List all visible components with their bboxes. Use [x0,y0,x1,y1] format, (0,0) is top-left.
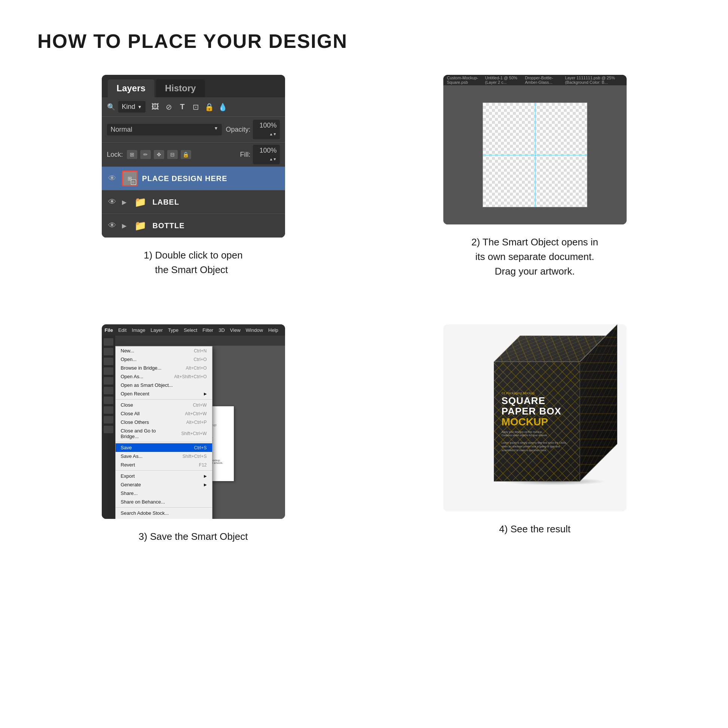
tool-8[interactable] [104,406,113,414]
tool-10[interactable] [104,426,113,433]
menu-item-browse-shortcut: Alt+Ctrl+O [185,366,206,371]
layer-label[interactable]: 👁 ▶ 📁 LABEL [102,190,285,214]
menu-3d[interactable]: 3D [219,327,225,333]
tab-history[interactable]: History [156,79,205,97]
tool-6[interactable] [104,387,113,394]
menu-item-save[interactable]: Save Ctrl+S [116,443,212,452]
menu-item-new[interactable]: New... Ctrl+N [116,346,212,355]
menu-item-closebridge[interactable]: Close and Go to Bridge... Shift+Ctrl+W [116,427,212,441]
fill-group: Fill: 100% ▲▼ [240,145,280,164]
step-2-description: 2) The Smart Object opens in its own sep… [471,235,598,279]
tool-2[interactable] [104,348,113,355]
lock-all-icon[interactable]: 🔒 [181,150,191,159]
step-4-line1: 4) See the result [499,523,570,535]
menu-item-close[interactable]: Close Ctrl+W [116,401,212,409]
step-3-cell: File Edit Image Layer Type Select Filter… [37,324,349,544]
ps-titlebar: Custom-Mockup-Square.psb Untitled-1 @ 50… [443,75,627,85]
menu-item-recent[interactable]: Open Recent [116,390,212,398]
menu-item-saveas-shortcut: Shift+Ctrl+S [182,454,207,459]
lock-paint-icon[interactable]: ✏ [140,150,151,159]
tool-7[interactable] [104,396,113,404]
menu-type[interactable]: Type [168,327,179,333]
ps-window: Custom-Mockup-Square.psb Untitled-1 @ 50… [443,75,627,225]
lock-transparency-icon[interactable]: ⊞ [127,150,137,159]
menu-item-browse[interactable]: Browse in Bridge... Alt+Ctrl+O [116,364,212,372]
tool-4[interactable] [104,367,113,375]
menu-filter[interactable]: Filter [202,327,213,333]
expand-icon-3: ▶ [122,222,127,229]
blend-mode-select[interactable]: Normal ▼ [107,124,222,135]
tool-1[interactable] [104,338,113,346]
menu-item-openas-shortcut: Alt+Shift+Ctrl+O [174,374,206,379]
menu-item-revert-shortcut: F12 [199,462,207,468]
tool-9[interactable] [104,416,113,424]
box-desc-text: Apply your designs on this mockup. Conta… [502,430,572,452]
menu-select[interactable]: Select [184,327,197,333]
step-4-description: 4) See the result [499,522,570,537]
menu-item-closeothers[interactable]: Close Others Alt+Ctrl+P [116,418,212,427]
search-icon: 🔍 [107,103,115,111]
box-brand-label: 01 Packaging Mockup [502,391,572,395]
step-3-line1: 3) Save the Smart Object [139,531,248,542]
menu-layer[interactable]: Layer [150,327,163,333]
menu-item-browse-label: Browse in Bridge... [121,365,162,371]
menu-window[interactable]: Window [246,327,263,333]
fill-input[interactable]: 100% ▲▼ [253,145,280,164]
menu-item-new-shortcut: Ctrl+N [194,348,206,353]
menu-item-closeall-label: Close All [121,411,140,416]
menu-item-close-shortcut: Ctrl+W [193,402,207,408]
layer-bottle[interactable]: 👁 ▶ 📁 BOTTLE [102,214,285,237]
box-title-paper: PAPER BOX [502,406,572,416]
menu-item-recent-label: Open Recent [121,391,150,396]
fill-arrow-icon: ▲▼ [269,157,277,161]
opacity-input[interactable]: 100% ▲▼ [253,120,280,139]
menu-item-revert[interactable]: Revert F12 [116,460,212,469]
blend-mode-value: Normal [111,126,132,133]
menu-item-searchstock[interactable]: Search Adobe Stock... [116,509,212,517]
fill-label: Fill: [240,151,251,159]
blend-chevron-icon: ▼ [214,126,219,131]
folder-thumb-3: 📁 [132,218,148,234]
menu-item-opensmart[interactable]: Open as Smart Object... [116,381,212,390]
menu-edit[interactable]: Edit [118,327,127,333]
eye-icon-1: 👁 [107,174,118,183]
menu-image[interactable]: Image [132,327,145,333]
step-1-line2: the Smart Object [144,264,228,275]
lock-icon: 🔒 [204,102,214,112]
folder-icon-2: 📁 [134,196,146,208]
layer-place-design[interactable]: 👁 ⊞ ⊡ PLACE DESIGN HERE [102,167,285,190]
box-title-mockup: MOCKUP [502,417,572,427]
opacity-label: Opacity: [226,126,250,133]
menu-item-open[interactable]: Open... Ctrl+O [116,355,212,364]
opacity-group: Opacity: 100% ▲▼ [226,120,280,139]
smart-object-thumb: ⊞ ⊡ [122,171,138,186]
menu-item-closebridge-label: Close and Go to Bridge... [121,428,174,439]
menu-item-export[interactable]: Export [116,472,212,480]
menu-help[interactable]: Help [268,327,278,333]
image-icon: 🖼 [150,102,161,111]
menu-item-placeembedded[interactable]: Place Embedded... [116,517,212,519]
ps-title-text-4: Layer 1111111.psb @ 25% (Background Colo… [565,76,622,84]
text-icon: T [177,102,187,111]
menu-item-openas[interactable]: Open As... Alt+Shift+Ctrl+O [116,372,212,381]
menu-item-share[interactable]: Share... [116,489,212,497]
eye-icon-3: 👁 [107,221,118,231]
lock-move-icon[interactable]: ✥ [154,150,164,159]
step-3-description: 3) Save the Smart Object [139,529,248,544]
menu-item-saveas-label: Save As... [121,453,143,459]
menu-item-closeall[interactable]: Close All Alt+Ctrl+W [116,409,212,418]
lock-artboard-icon[interactable]: ⊟ [167,150,178,159]
tool-3[interactable] [104,358,113,365]
menu-item-sharebehance[interactable]: Share on Behance... [116,497,212,506]
menu-item-generate[interactable]: Generate [116,480,212,489]
menu-view[interactable]: View [230,327,240,333]
tab-layers[interactable]: Layers [108,79,154,97]
tool-5[interactable] [104,377,113,385]
page-title: HOW TO PLACE YOUR DESIGN [37,30,691,52]
menu-file[interactable]: File [105,327,113,333]
step-2-cell: Custom-Mockup-Square.psb Untitled-1 @ 50… [379,75,691,294]
kind-select[interactable]: Kind ▼ [118,101,146,113]
lock-label: Lock: [107,151,123,159]
blend-opacity-row: Normal ▼ Opacity: 100% ▲▼ [102,117,285,142]
menu-item-saveas[interactable]: Save As... Shift+Ctrl+S [116,452,212,460]
